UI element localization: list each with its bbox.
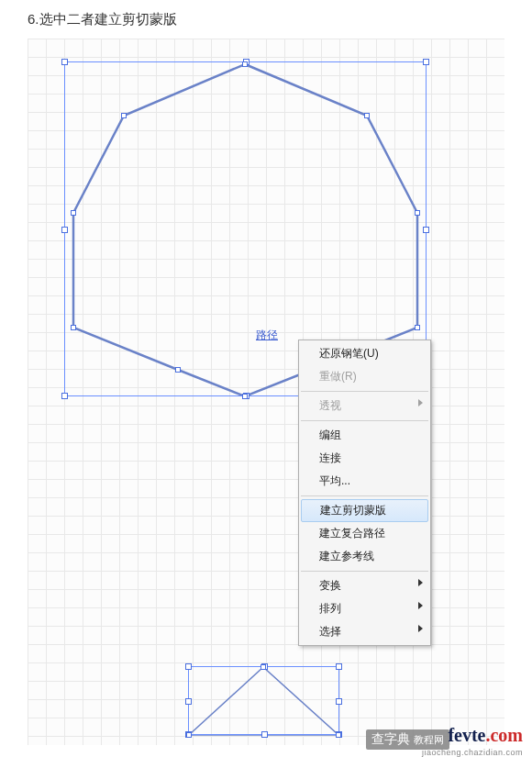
menu-redo: 重做(R) [299,365,430,388]
menu-select[interactable]: 选择 [299,620,430,643]
chevron-right-icon [418,625,423,632]
context-menu: 还原钢笔(U) 重做(R) 透视 编组 连接 平均... 建立剪切蒙版 建立复合… [298,340,431,646]
watermark-overlay: 查字典 教程网 [366,729,449,750]
triangle-path[interactable] [28,39,504,754]
menu-make-guides[interactable]: 建立参考线 [299,545,430,568]
brand-name: fevte [448,725,485,745]
menu-arrange[interactable]: 排列 [299,597,430,620]
menu-average[interactable]: 平均... [299,470,430,493]
design-canvas[interactable]: 路径 [28,39,504,745]
menu-transform[interactable]: 变换 [299,574,430,597]
anchor-point[interactable] [260,664,266,670]
anchor-point[interactable] [186,732,192,738]
menu-undo[interactable]: 还原钢笔(U) [299,342,430,365]
menu-separator [301,571,428,572]
menu-separator [301,391,428,392]
chevron-right-icon [418,579,423,586]
menu-label: 排列 [319,602,341,615]
menu-perspective: 透视 [299,395,430,417]
menu-group[interactable]: 编组 [299,424,430,447]
menu-join[interactable]: 连接 [299,447,430,470]
menu-label: 透视 [319,399,341,412]
chevron-right-icon [418,399,423,406]
menu-separator [301,495,428,496]
brand-suffix: .com [485,725,523,745]
watermark-brand: fevte.com [448,725,523,746]
menu-label: 选择 [319,625,341,638]
step-title: 6.选中二者建立剪切蒙版 [28,11,177,28]
watermark-url: jiaocheng.chazidian.com [422,748,523,757]
menu-make-clipping-mask[interactable]: 建立剪切蒙版 [301,499,428,522]
watermark-left-main: 查字典 [371,731,410,746]
menu-label: 变换 [319,579,341,592]
menu-make-compound-path[interactable]: 建立复合路径 [299,522,430,545]
chevron-right-icon [418,602,423,609]
watermark-left-sub: 教程网 [414,734,444,745]
anchor-point[interactable] [336,732,341,738]
menu-separator [301,420,428,421]
